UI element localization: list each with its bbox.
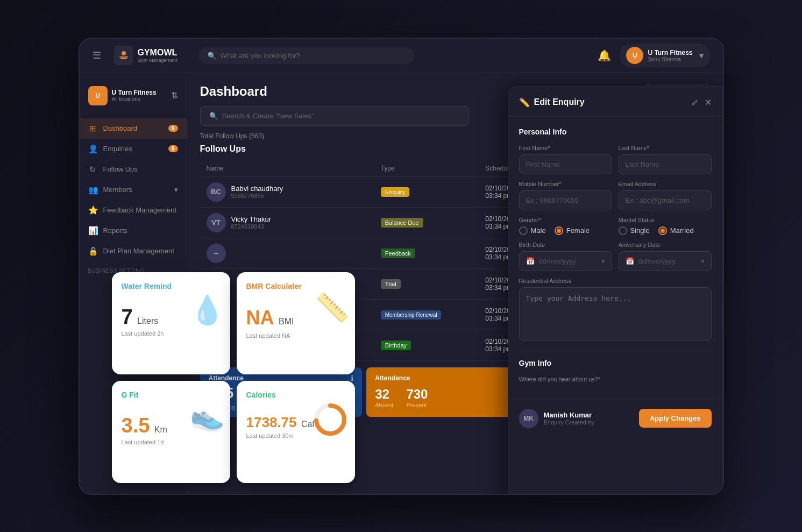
- gym-selector[interactable]: U U Turn Fitness All locations ⇅: [80, 82, 187, 110]
- type-badge: Trial: [381, 279, 401, 289]
- calories-illustration: [313, 402, 347, 439]
- logo-area: GYMOWL Gym Management: [114, 46, 178, 65]
- diet-icon: 🔒: [88, 246, 98, 256]
- user-name: U Turn Fitness: [648, 49, 692, 56]
- date-row: Birth Date 📅 dd/mm/yyyy ▾ Aniversary Dat…: [519, 242, 712, 271]
- calories-value: 1738.75: [246, 414, 297, 430]
- notification-icon[interactable]: 🔔: [598, 49, 611, 62]
- reports-icon: 📊: [88, 226, 98, 236]
- calories-title: Calories: [246, 391, 345, 399]
- search-icon: 🔍: [209, 112, 218, 120]
- close-button[interactable]: ✕: [705, 97, 712, 108]
- card-label2: Present: [406, 402, 428, 408]
- gym-subtitle: All locations: [112, 96, 157, 102]
- sidebar-item-dashboard[interactable]: ⊞ Dashboard 9: [80, 118, 187, 139]
- chevron-down-icon: ▾: [174, 186, 178, 194]
- anniversary-date-picker[interactable]: 📅 dd/mm/yyyy ▾: [619, 251, 712, 271]
- page-title: Dashboard: [200, 84, 267, 99]
- sidebar-item-enquiries[interactable]: 👤 Enquiries 9: [80, 139, 187, 159]
- chevron-down-icon: ▾: [701, 257, 705, 265]
- calendar-icon: 📅: [526, 257, 535, 265]
- birth-date-group: Birth Date 📅 dd/mm/yyyy ▾: [519, 242, 612, 271]
- col-name: Name: [207, 165, 381, 172]
- water-value: 7: [122, 306, 133, 328]
- apply-changes-button[interactable]: Apply Changes: [639, 409, 712, 428]
- referral-group: Where did you hear about us?*: [519, 376, 712, 382]
- gfit-unit: Km: [154, 425, 167, 434]
- anniversary-date-group: Aniversary Date 📅 dd/mm/yyyy ▾: [619, 242, 712, 271]
- birth-date-placeholder: dd/mm/yyyy: [539, 257, 576, 265]
- gfit-illustration: 👟: [190, 400, 225, 432]
- global-search[interactable]: 🔍 What are you looking for?: [199, 47, 414, 64]
- mobile-field[interactable]: [519, 190, 612, 210]
- gym-name: U Turn Fitness: [112, 89, 157, 96]
- expand-button[interactable]: ⤢: [691, 97, 698, 108]
- edit-enquiry-panel: ✏️ Edit Enquiry ⤢ ✕ Personal Info First …: [508, 86, 723, 495]
- bmr-card: BMR Calculater 📏 NA BMI Last updated NA: [237, 272, 355, 374]
- water-remind-card: Water Remind 💧 7 Liters Last updated 2h: [112, 272, 230, 374]
- address-field[interactable]: [519, 287, 712, 341]
- widgets-overlay: Water Remind 💧 7 Liters Last updated 2h …: [112, 272, 355, 483]
- svg-point-0: [122, 51, 126, 55]
- marital-radio-group: Single Married: [619, 226, 712, 235]
- last-name-field[interactable]: [619, 154, 712, 174]
- dashboard-icon: ⊞: [88, 124, 98, 133]
- sidebar-item-label: Follow Ups: [103, 165, 138, 173]
- sidebar-item-followups[interactable]: ↻ Follow Ups: [80, 159, 187, 180]
- address-group: Residential Address: [519, 278, 712, 341]
- first-name-field[interactable]: [519, 154, 612, 174]
- avatar: VT: [207, 213, 226, 232]
- panel-footer: MK Manish Kumar Enquiry Created by Apply…: [508, 400, 722, 437]
- sidebar-item-reports[interactable]: 📊 Reports: [80, 221, 187, 241]
- sales-search[interactable]: 🔍 Search & Create "New Sales": [200, 106, 469, 126]
- user-profile[interactable]: U U Turn Fitness Sonu Sharma ▾: [620, 44, 709, 67]
- panel-content: Personal Info First Name* Last Name*: [508, 117, 722, 400]
- avatar: U: [626, 47, 643, 64]
- panel-actions: ⤢ ✕: [691, 97, 712, 108]
- water-unit: Liters: [137, 316, 158, 325]
- hamburger-icon[interactable]: ☰: [93, 49, 101, 61]
- footer-avatar: MK: [519, 409, 538, 428]
- sidebar-item-diet[interactable]: 🔒 Diet Plan Management: [80, 241, 187, 261]
- dashboard-badge: 9: [168, 125, 178, 132]
- gender-male-option[interactable]: Male: [519, 226, 546, 235]
- gender-female-option[interactable]: Female: [555, 226, 590, 235]
- gfit-value: 3.5: [122, 414, 150, 437]
- member-phone: 8724610043: [231, 223, 272, 230]
- female-label: Female: [566, 226, 590, 235]
- member-cell: VT Vicky Thakur 8724610043: [207, 213, 381, 232]
- water-updated: Last updated 2h: [122, 330, 221, 337]
- type-badge: Membership Renewal: [381, 310, 442, 320]
- edit-icon: ✏️: [519, 97, 530, 108]
- avatar: BC: [207, 182, 226, 202]
- personal-info-heading: Personal Info: [519, 127, 712, 136]
- birth-date-picker[interactable]: 📅 dd/mm/yyyy ▾: [519, 251, 612, 271]
- referral-label: Where did you hear about us?*: [519, 376, 712, 382]
- sidebar-item-label: Dashboard: [103, 124, 138, 132]
- sidebar-item-feedback[interactable]: ⭐ Feedback Management: [80, 200, 187, 221]
- sidebar-item-label: Reports: [103, 226, 128, 235]
- card-title: Attendence: [375, 374, 410, 382]
- email-field[interactable]: [619, 190, 712, 210]
- card-val1: 32: [375, 387, 393, 402]
- marital-label: Marital Status: [619, 217, 712, 223]
- feedback-icon: ⭐: [88, 205, 98, 215]
- chevron-down-icon: ▾: [601, 257, 605, 265]
- type-badge: Balance Due: [381, 218, 423, 228]
- bmr-title: BMR Calculater: [246, 282, 345, 290]
- user-subtitle: Sonu Sharma: [648, 56, 692, 62]
- bmr-updated: Last updated NA: [246, 332, 345, 339]
- search-icon: 🔍: [208, 52, 216, 60]
- member-cell: --: [207, 244, 381, 263]
- type-badge: Feedback: [381, 249, 415, 258]
- single-option[interactable]: Single: [619, 226, 650, 235]
- married-option[interactable]: Married: [658, 226, 694, 235]
- radio-male: [519, 226, 528, 235]
- gym-info-heading: Gym Info: [519, 359, 712, 367]
- chevron-down-icon: ▾: [699, 51, 704, 61]
- anniversary-label: Aniversary Date: [619, 242, 712, 248]
- members-icon: 👥: [88, 185, 98, 195]
- avatar: --: [207, 244, 226, 263]
- sidebar-item-members[interactable]: 👥 Members ▾: [80, 180, 187, 200]
- anniversary-placeholder: dd/mm/yyyy: [638, 257, 676, 265]
